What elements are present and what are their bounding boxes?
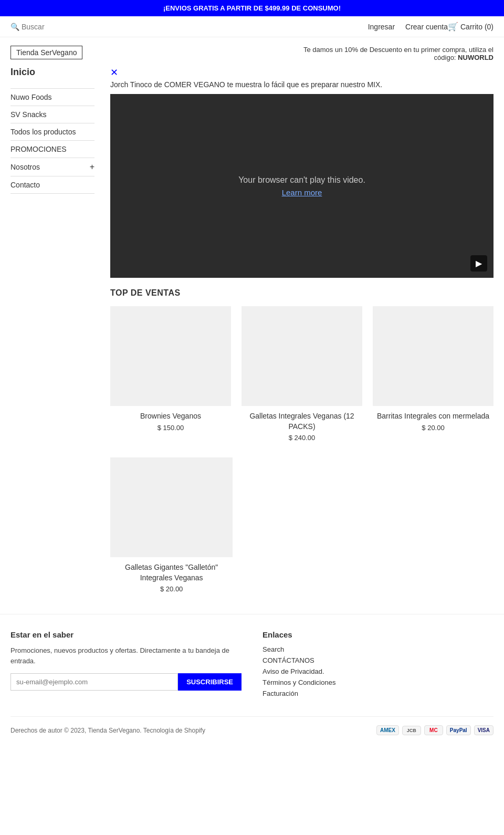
- sidebar-item-label: Nosotros: [10, 163, 40, 171]
- footer-links: Search CONTÁCTANOS Aviso de Privacidad. …: [262, 645, 494, 697]
- product-price: $ 20.00: [422, 424, 444, 432]
- cart-area[interactable]: 🛒 Carrito (0): [448, 22, 494, 32]
- footer: Estar en el saber Promociones, nuevos pr…: [0, 614, 504, 746]
- video-cant-play-text: Your browser can't play this video.: [238, 175, 365, 185]
- cart-label: Carrito (0): [460, 23, 494, 31]
- product-name: Galletas Integrales Veganas (12 PACKS): [242, 411, 362, 432]
- discount-code: NUWORLD: [458, 54, 494, 61]
- store-name: Tienda SerVegano: [16, 48, 77, 57]
- footer-link-search[interactable]: Search: [262, 645, 494, 653]
- product-image: [242, 306, 362, 406]
- sidebar-item-sv-snacks[interactable]: SV Snacks: [10, 106, 94, 123]
- product-image: [110, 306, 231, 406]
- product-card-galletas-gigantes[interactable]: Galletas Gigantes "Galletón" Integrales …: [110, 457, 233, 593]
- footer-top: Estar en el saber Promociones, nuevos pr…: [10, 630, 494, 701]
- store-row: Tienda SerVegano Te damos un 10% de Desc…: [0, 37, 504, 67]
- top-banner: ¡ENVIOS GRATIS A PARTIR DE $499.99 DE CO…: [0, 0, 504, 16]
- sidebar-item-nuwo-foods[interactable]: Nuwo Foods: [10, 88, 94, 106]
- product-name: Barritas Integrales con mermelada: [377, 411, 489, 422]
- newsletter-form: SUSCRIBIRSE: [10, 673, 242, 691]
- payment-visa: VISA: [474, 725, 494, 735]
- product-card-brownies[interactable]: Brownies Veganos $ 150.00: [110, 306, 231, 442]
- main-layout: Inicio Nuwo Foods SV Snacks Todos los pr…: [0, 67, 504, 614]
- footer-link-contactanos[interactable]: CONTÁCTANOS: [262, 656, 494, 664]
- product-grid-row1: Brownies Veganos $ 150.00 Galletas Integ…: [110, 306, 494, 442]
- product-price: $ 150.00: [158, 424, 184, 432]
- product-card-galletas-integrales[interactable]: Galletas Integrales Veganas (12 PACKS) $…: [242, 306, 362, 442]
- play-icon: ▶: [476, 259, 482, 268]
- footer-newsletter-col: Estar en el saber Promociones, nuevos pr…: [10, 630, 242, 701]
- sidebar: Inicio Nuwo Foods SV Snacks Todos los pr…: [10, 67, 94, 614]
- payment-icons: AMEX JCB MC PayPal VISA: [376, 725, 494, 735]
- newsletter-email-input[interactable]: [10, 673, 178, 691]
- product-grid-row2: Galletas Gigantes "Galletón" Integrales …: [110, 457, 494, 593]
- product-name: Galletas Gigantes "Galletón" Integrales …: [110, 562, 233, 583]
- sidebar-item-label: Todos los productos: [10, 128, 76, 136]
- plus-icon: +: [90, 162, 94, 172]
- sidebar-item-promociones[interactable]: PROMOCIONES: [10, 140, 94, 158]
- sidebar-item-label: Nuwo Foods: [10, 93, 52, 101]
- video-player: Your browser can't play this video. Lear…: [110, 94, 494, 278]
- header-left: 🔍: [10, 23, 368, 31]
- sidebar-item-todos[interactable]: Todos los productos: [10, 123, 94, 140]
- copyright-text: Derechos de autor © 2023, Tienda SerVega…: [10, 727, 205, 734]
- discount-text: Te damos un 10% de Descuento en tu prime…: [284, 46, 494, 61]
- header-nav: Ingresar Crear cuenta: [368, 23, 448, 31]
- payment-mastercard: MC: [424, 725, 443, 735]
- payment-paypal: PayPal: [446, 725, 471, 735]
- login-link[interactable]: Ingresar: [368, 23, 395, 31]
- create-account-link[interactable]: Crear cuenta: [405, 23, 448, 31]
- sidebar-item-label: SV Snacks: [10, 110, 46, 119]
- footer-link-privacidad[interactable]: Aviso de Privacidad.: [262, 667, 494, 675]
- payment-jcb: JCB: [402, 726, 421, 735]
- cart-icon: 🛒: [448, 22, 458, 32]
- newsletter-description: Promociones, nuevos productos y ofertas.…: [10, 645, 242, 666]
- newsletter-title: Estar en el saber: [10, 630, 242, 639]
- store-name-badge: Tienda SerVegano: [10, 46, 82, 59]
- product-card-barritas[interactable]: Barritas Integrales con mermelada $ 20.0…: [373, 306, 494, 442]
- video-play-button[interactable]: ▶: [470, 255, 487, 272]
- sidebar-item-label: Contacto: [10, 181, 40, 189]
- header: 🔍 Ingresar Crear cuenta 🛒 Carrito (0): [0, 16, 504, 37]
- footer-link-facturacion[interactable]: Facturación: [262, 690, 494, 697]
- footer-link-terminos[interactable]: Términos y Condiciones: [262, 679, 494, 686]
- top-sales-title: TOP DE VENTAS: [110, 288, 494, 298]
- product-price: $ 240.00: [289, 434, 316, 442]
- subscribe-button[interactable]: SUSCRIBIRSE: [178, 673, 242, 691]
- product-price: $ 20.00: [160, 585, 183, 593]
- video-learn-more-link[interactable]: Learn more: [282, 188, 322, 197]
- sidebar-title: Inicio: [10, 67, 94, 80]
- search-form: 🔍: [10, 23, 106, 31]
- sidebar-item-contacto[interactable]: Contacto: [10, 176, 94, 194]
- main-content: ✕ Jorch Tinoco de COMER VEGANO te muestr…: [110, 67, 494, 614]
- search-icon: 🔍: [10, 23, 19, 31]
- close-button[interactable]: ✕: [110, 67, 494, 78]
- product-name: Brownies Veganos: [140, 411, 201, 422]
- footer-bottom: Derechos de autor © 2023, Tienda SerVega…: [10, 716, 494, 735]
- sidebar-item-nosotros[interactable]: Nosotros +: [10, 158, 94, 176]
- top-sales-section: TOP DE VENTAS Brownies Veganos $ 150.00 …: [110, 288, 494, 593]
- sidebar-item-label: PROMOCIONES: [10, 145, 67, 153]
- product-image: [110, 457, 233, 557]
- search-input[interactable]: [22, 23, 106, 31]
- links-title: Enlaces: [262, 630, 494, 639]
- video-description: Jorch Tinoco de COMER VEGANO te muestra …: [110, 80, 494, 89]
- payment-amex: AMEX: [376, 725, 399, 735]
- product-image: [373, 306, 494, 406]
- footer-links-col: Enlaces Search CONTÁCTANOS Aviso de Priv…: [262, 630, 494, 701]
- banner-text: ¡ENVIOS GRATIS A PARTIR DE $499.99 DE CO…: [163, 4, 341, 12]
